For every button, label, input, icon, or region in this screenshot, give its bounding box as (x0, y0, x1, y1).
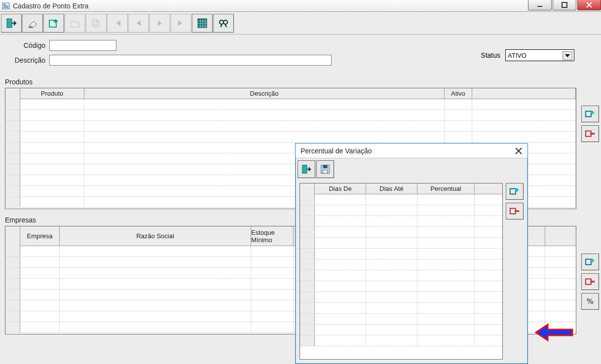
row-handle[interactable] (5, 143, 20, 153)
cell[interactable] (366, 335, 417, 346)
minimize-button[interactable] (528, 0, 552, 10)
cell[interactable] (251, 257, 294, 267)
cell[interactable] (445, 99, 472, 109)
cell[interactable] (315, 314, 366, 324)
toolbar-add-button[interactable] (43, 14, 64, 33)
cell[interactable] (366, 270, 417, 281)
cell[interactable] (315, 238, 366, 248)
cell[interactable] (20, 99, 84, 109)
cell[interactable] (60, 311, 251, 322)
cell[interactable] (417, 325, 475, 335)
cell[interactable] (366, 238, 417, 248)
column-header[interactable]: Estoque Mínimo (251, 226, 294, 246)
cell[interactable] (315, 303, 366, 313)
table-row[interactable] (5, 121, 576, 132)
close-button[interactable] (577, 0, 601, 10)
dialog-save-button[interactable] (316, 160, 334, 178)
dialog-remove-row-button[interactable] (506, 203, 524, 219)
cell[interactable] (472, 121, 576, 131)
cell[interactable] (84, 121, 445, 131)
produtos-remove-button[interactable] (581, 125, 599, 142)
table-row[interactable] (300, 259, 502, 270)
cell[interactable] (445, 121, 472, 131)
produtos-add-button[interactable] (581, 106, 599, 122)
cell[interactable] (366, 303, 417, 313)
dialog-close-button[interactable] (514, 146, 524, 156)
cell[interactable] (417, 270, 475, 281)
table-row[interactable] (5, 132, 576, 143)
codigo-input[interactable] (49, 40, 116, 51)
column-header[interactable]: Dias De (315, 183, 366, 194)
cell[interactable] (20, 257, 60, 267)
cell[interactable] (445, 132, 472, 142)
maximize-button[interactable] (553, 0, 576, 10)
cell[interactable] (20, 311, 60, 322)
row-handle[interactable] (300, 259, 315, 270)
cell[interactable] (20, 197, 84, 207)
cell[interactable] (417, 292, 475, 302)
cell[interactable] (366, 259, 417, 270)
cell[interactable] (315, 216, 366, 226)
cell[interactable] (20, 322, 60, 332)
cell[interactable] (60, 246, 251, 256)
row-handle[interactable] (300, 194, 315, 205)
toolbar-exit-button[interactable] (1, 14, 22, 33)
row-handle[interactable] (300, 314, 315, 324)
row-handle[interactable] (5, 197, 20, 207)
empresas-add-button[interactable] (581, 254, 599, 270)
table-row[interactable] (300, 194, 502, 205)
cell[interactable] (315, 194, 366, 205)
cell[interactable] (251, 300, 294, 311)
empresas-remove-button[interactable] (581, 273, 599, 290)
cell[interactable] (20, 132, 84, 142)
cell[interactable] (315, 249, 366, 259)
row-handle[interactable] (5, 322, 20, 332)
cell[interactable] (445, 110, 472, 120)
cell[interactable] (315, 270, 366, 281)
column-header[interactable]: Empresa (20, 226, 60, 246)
cell[interactable] (20, 110, 84, 120)
cell[interactable] (417, 281, 475, 291)
cell[interactable] (472, 110, 576, 120)
table-row[interactable] (5, 110, 576, 121)
table-row[interactable] (300, 238, 502, 249)
row-handle[interactable] (5, 300, 20, 311)
toolbar-eraser-button[interactable] (22, 14, 43, 33)
column-header[interactable] (472, 88, 576, 99)
cell[interactable] (315, 227, 366, 237)
row-handle[interactable] (5, 132, 20, 142)
cell[interactable] (315, 281, 366, 291)
row-handle[interactable] (5, 110, 20, 120)
cell[interactable] (417, 314, 475, 324)
column-header[interactable]: Razão Social (60, 226, 251, 246)
cell[interactable] (315, 259, 366, 270)
row-handle[interactable] (5, 175, 20, 185)
toolbar-search-button[interactable] (213, 14, 234, 33)
table-row[interactable] (300, 249, 502, 259)
table-row[interactable] (300, 303, 502, 314)
cell[interactable] (251, 268, 294, 278)
cell[interactable] (20, 268, 60, 278)
cell[interactable] (417, 205, 475, 216)
cell[interactable] (60, 257, 251, 267)
dialog-exit-button[interactable] (298, 160, 315, 178)
cell[interactable] (366, 325, 417, 335)
cell[interactable] (20, 279, 60, 289)
row-handle[interactable] (5, 311, 20, 322)
cell[interactable] (251, 311, 294, 322)
cell[interactable] (366, 314, 417, 324)
row-handle[interactable] (300, 238, 315, 248)
cell[interactable] (417, 249, 475, 259)
cell[interactable] (366, 292, 417, 302)
row-handle[interactable] (5, 257, 20, 267)
row-handle[interactable] (5, 290, 20, 300)
status-select[interactable]: ATIVO (505, 49, 574, 61)
cell[interactable] (417, 238, 475, 248)
cell[interactable] (251, 290, 294, 300)
cell[interactable] (20, 246, 60, 256)
column-header[interactable]: Descrição (84, 88, 445, 99)
row-handle[interactable] (5, 121, 20, 131)
table-row[interactable] (300, 281, 502, 292)
row-handle[interactable] (5, 153, 20, 164)
cell[interactable] (417, 216, 475, 226)
